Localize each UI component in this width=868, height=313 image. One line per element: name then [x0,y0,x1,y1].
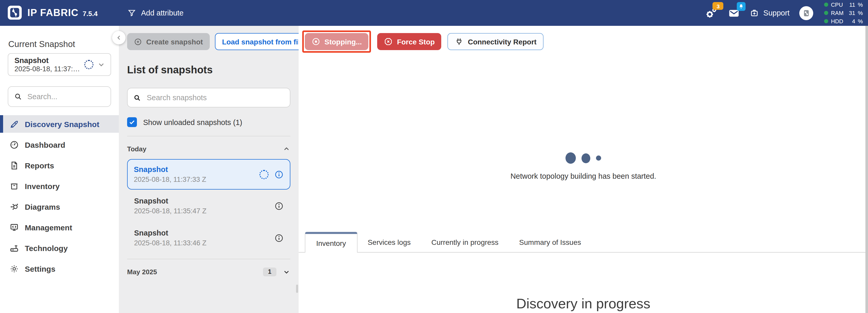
monitor-code-icon [9,222,19,232]
tab-label: Inventory [316,239,346,247]
snapshot-item[interactable]: Snapshot 2025-08-18, 11:33:46 Z [127,222,290,254]
connectivity-report-button[interactable]: Connectivity Report [448,33,544,50]
tab-currently-in-progress[interactable]: Currently in progress [421,232,509,252]
messages-button[interactable] [728,7,740,19]
sidebar-item-label: Reports [25,161,54,170]
hdd-status-dot [824,19,828,23]
sidebar-item-label: Diagrams [25,202,60,211]
info-icon[interactable] [274,170,284,179]
group-may-2025[interactable]: May 2025 1 [127,265,290,278]
force-stop-label: Force Stop [397,37,435,46]
app-version: 7.5.4 [83,9,98,17]
tab-inventory[interactable]: Inventory [305,232,357,253]
group-today-label: Today [127,145,147,153]
page-scrollbar[interactable] [865,26,868,313]
cpu-unit: % [858,1,863,8]
check-icon [129,119,135,126]
show-unloaded-label: Show unloaded snapshots (1) [143,118,242,126]
sidebar: Current Snapshot Snapshot 2025-08-18, 11… [0,26,119,313]
cpu-status-dot [824,3,828,7]
stopping-button[interactable]: Stopping... [305,33,369,50]
snapshot-item-selected[interactable]: Snapshot 2025-08-18, 11:37:33 Z [127,159,290,190]
snapshot-item-name: Snapshot [134,196,207,206]
tab-bar: Inventory Services logs Currently in pro… [299,232,868,253]
add-attribute-label: Add attribute [141,9,183,17]
tab-label: Services logs [368,238,411,246]
sidebar-item-label: Discovery Snapshot [25,120,99,128]
snapshot-selector-date: 2025-08-18, 11:37:… [14,65,81,73]
snapshot-item-text: Snapshot 2025-08-18, 11:37:33 Z [134,164,206,184]
topbar: IP FABRIC 7.5.4 Add attribute 3 [0,0,868,26]
tab-services-logs[interactable]: Services logs [357,232,421,252]
load-snapshot-button[interactable]: Load snapshot from file [215,33,311,50]
support-label: Support [764,9,790,17]
loading-dots [565,152,601,164]
loading-dot [596,155,601,161]
ram-unit: % [858,9,863,17]
sidebar-item-dashboard[interactable]: Dashboard [0,136,119,153]
filter-funnel-icon [128,9,136,17]
snapshots-search-input[interactable] [146,93,284,102]
connectivity-report-label: Connectivity Report [468,37,536,46]
sidebar-item-label: Inventory [25,182,60,190]
snapshot-item-date: 2025-08-18, 11:33:46 Z [134,238,207,248]
group-count-badge: 1 [263,267,276,276]
snapshot-item-spinner [259,170,269,179]
brand-name: IP FABRIC [27,7,79,18]
sidebar-collapse-button[interactable] [112,31,126,44]
snapshot-item-text: Snapshot 2025-08-18, 11:35:47 Z [134,196,207,216]
support-button[interactable]: Support [750,8,790,18]
ram-stat: RAM 31 % [824,9,863,17]
info-icon[interactable] [274,233,283,243]
plug-icon [455,37,464,46]
hdd-stat: HDD 4 % [824,17,863,25]
sidebar-item-reports[interactable]: Reports [0,156,119,174]
rocket-icon [9,119,19,129]
create-snapshot-button[interactable]: Create snapshot [127,33,210,50]
add-attribute-button[interactable]: Add attribute [128,0,183,26]
app-window: IP FABRIC 7.5.4 Add attribute 3 [0,0,868,313]
group-today[interactable]: Today [127,142,290,155]
sidebar-item-management[interactable]: Management [0,218,119,236]
search-icon [14,92,22,101]
snapshot-item-name: Snapshot [134,228,207,238]
ram-label: RAM [831,9,845,17]
sidebar-item-discovery-snapshot[interactable]: Discovery Snapshot [0,115,119,133]
force-stop-button[interactable]: Force Stop [377,33,441,50]
sidebar-item-technology[interactable]: Technology [0,239,119,257]
gear-icon [9,264,19,274]
tab-label: Currently in progress [431,238,499,246]
sidebar-item-diagrams[interactable]: Diagrams [0,198,119,215]
sidebar-item-settings[interactable]: Settings [0,260,119,277]
panel-scrollbar-thumb[interactable] [296,285,298,293]
show-unloaded-checkbox[interactable] [127,117,137,127]
hdd-unit: % [858,17,863,25]
click-highlight-box: Stopping... [302,30,371,53]
sidebar-search-input[interactable] [26,92,105,101]
empty-state-title: Discovery in progress [299,296,868,312]
chevron-down-icon [97,60,105,69]
info-icon[interactable] [274,201,283,211]
brand: IP FABRIC 7.5.4 [8,6,98,20]
loading-dot [565,152,576,164]
tab-summary-of-issues[interactable]: Summary of Issues [509,232,592,252]
snapshot-item-text: Snapshot 2025-08-18, 11:33:46 Z [134,228,207,248]
settings-notification-badge: 3 [713,2,723,10]
snapshot-loading-spinner [84,60,94,69]
snapshot-item[interactable]: Snapshot 2025-08-18, 11:35:47 Z [127,190,290,222]
sidebar-item-label: Settings [25,264,55,273]
snapshots-panel: Create snapshot Load snapshot from file … [119,26,299,313]
system-settings-button[interactable]: 3 [705,6,718,20]
stopping-label: Stopping... [324,37,362,46]
sidebar-item-inventory[interactable]: Inventory [0,177,119,195]
snapshot-item-date: 2025-08-18, 11:37:33 Z [134,175,206,184]
user-avatar[interactable] [799,6,813,20]
current-snapshot-label: Current Snapshot [8,39,119,49]
snapshots-heading: List of snapshots [127,64,290,76]
search-icon [133,94,141,101]
ipfabric-logo-icon [8,6,22,20]
bell-notification-badge [737,2,746,10]
show-unloaded-row[interactable]: Show unloaded snapshots (1) [127,117,290,127]
snapshot-selector[interactable]: Snapshot 2025-08-18, 11:37:… [8,53,111,76]
load-snapshot-label: Load snapshot from file [222,37,304,46]
